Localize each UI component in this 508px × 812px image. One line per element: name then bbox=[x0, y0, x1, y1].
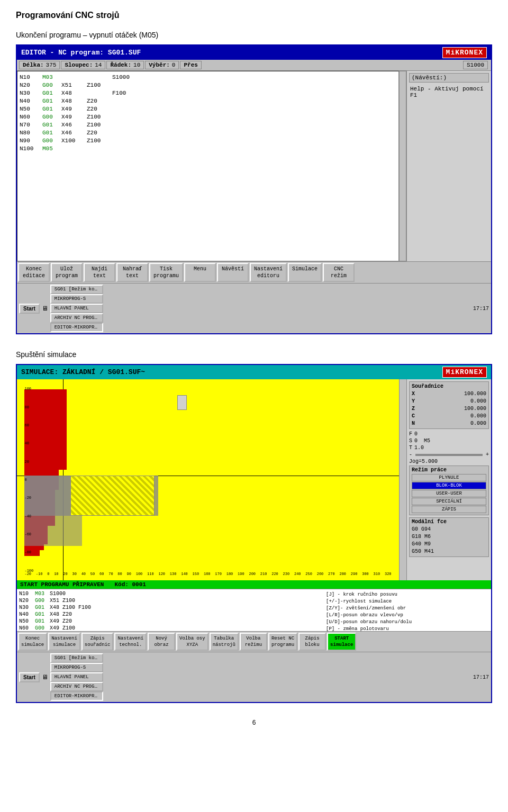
sim-btn-7[interactable]: Volba režimu bbox=[240, 633, 267, 651]
sim-btn-5[interactable]: Volba osy XYZA bbox=[176, 633, 208, 651]
sim-code-line: N20G00X51 Z100 bbox=[19, 597, 320, 604]
jog-display: Jog=5.000 bbox=[409, 459, 489, 464]
sim-taskbar-item-0[interactable]: SG01 [Režim kompatv... bbox=[50, 653, 103, 663]
editor-btn-1[interactable]: Ulož program bbox=[51, 263, 83, 282]
status-kod: Kód: 0001 bbox=[114, 581, 146, 588]
editor-code-line: N100M05 bbox=[20, 145, 396, 153]
modal-fce-row: G40M9 bbox=[412, 541, 486, 548]
coord-title: Souřadnice bbox=[412, 383, 443, 390]
editor-taskbar: Start 🖥 SG01 [Režim kompatv...MIKROPROG-… bbox=[17, 283, 491, 333]
x-value: 100.000 bbox=[464, 390, 486, 398]
sim-btn-6[interactable]: Tabulka nástrojů bbox=[210, 633, 239, 651]
t-row: T 1.0 bbox=[409, 445, 489, 451]
c-label: C bbox=[412, 413, 415, 420]
status-text: START PROGRAMU PŘIPRAVEN bbox=[20, 581, 104, 588]
pres-label: Přes bbox=[184, 62, 197, 68]
t-value: 1.0 bbox=[414, 445, 424, 451]
editor-btn-8[interactable]: Simulace bbox=[288, 263, 322, 282]
vyber-label: Výběr: bbox=[149, 62, 170, 68]
editor-code-line: N40G01X48Z20 bbox=[20, 97, 396, 105]
sim-toolbar: Konec simulaceNastavení simulaceZápis so… bbox=[17, 631, 491, 652]
sim-btn-3[interactable]: Nastavení technol. bbox=[114, 633, 147, 651]
editor-logo: MiKRONEX bbox=[442, 47, 487, 58]
page-number: 6 bbox=[16, 719, 492, 726]
radek-label: Řádek: bbox=[110, 62, 131, 68]
section2-heading: Spuštění simulace bbox=[16, 350, 492, 359]
sim-btn-9[interactable]: Zápis bloku bbox=[298, 633, 326, 651]
s-value: 0 bbox=[414, 438, 418, 444]
modal-fce-row: G18M6 bbox=[412, 533, 486, 541]
editor-code-area[interactable]: N10M03S1000N20G00X51Z100N30G01X48F100N40… bbox=[17, 71, 399, 261]
sim-taskbar-item-4[interactable]: EDITOR-MIKROPROG bbox=[50, 691, 103, 701]
c-value: 0.000 bbox=[470, 413, 486, 420]
editor-title: EDITOR - NC program: SG01.SUF bbox=[21, 49, 141, 57]
editor-btn-6[interactable]: Návěstí bbox=[217, 263, 249, 282]
sim-btn-10[interactable]: START simulace bbox=[327, 633, 356, 651]
editor-btn-5[interactable]: Menu bbox=[184, 263, 216, 282]
regime-btn-zápis[interactable]: ZÁPIS bbox=[412, 506, 486, 513]
sloupec-value: 14 bbox=[95, 62, 102, 68]
editor-window: EDITOR - NC program: SG01.SUF MiKRONEX D… bbox=[16, 44, 492, 334]
editor-btn-3[interactable]: Nahraď text bbox=[116, 263, 148, 282]
editor-toolbar: Konec editaceUlož programNajdi textNahra… bbox=[17, 261, 491, 283]
editor-code-line: N80G01X46Z20 bbox=[20, 129, 396, 137]
sim-taskbar-item-3[interactable]: ARCHIV NC PROGRAMŮ bbox=[50, 682, 103, 691]
plus-label: + bbox=[486, 452, 489, 458]
sim-logo: MiKRONEX bbox=[442, 367, 487, 378]
editor-code-line: N50G01X49Z20 bbox=[20, 105, 396, 113]
editor-btn-0[interactable]: Konec editace bbox=[18, 263, 50, 282]
editor-btn-7[interactable]: Nastavení editoru bbox=[250, 263, 287, 282]
editor-taskbar-item-1[interactable]: MIKROPROG-S bbox=[50, 294, 103, 304]
sim-btn-4[interactable]: Nový obraz bbox=[148, 633, 175, 651]
editor-taskbar-item-3[interactable]: ARCHIV NC PROGRAMŮ bbox=[50, 313, 103, 323]
vyber-value: 0 bbox=[172, 62, 176, 68]
simulation-window: SIMULACE: ZÁKLADNÍ / SG01.SUF~ MiKRONEX bbox=[16, 364, 492, 703]
regime-btn-user-user[interactable]: USER-USER bbox=[412, 490, 486, 497]
editor-taskbar-item-2[interactable]: HLAVNÍ PANEL bbox=[50, 304, 103, 313]
regime-title: Režim práce bbox=[412, 467, 486, 473]
taskbar-start-button[interactable]: Start bbox=[19, 304, 40, 314]
m-value: M5 bbox=[424, 438, 430, 444]
radek-value: 10 bbox=[133, 62, 140, 68]
editor-code-line: N70G01X46Z100 bbox=[20, 121, 396, 129]
sim-help-line: [P] - změna polotovaru bbox=[326, 626, 488, 631]
modal-fce-row: G0G94 bbox=[412, 526, 486, 533]
editor-clock: 17:17 bbox=[473, 306, 489, 312]
sim-titlebar: SIMULACE: ZÁKLADNÍ / SG01.SUF~ MiKRONEX bbox=[17, 365, 491, 379]
editor-body: N10M03S1000N20G00X51Z100N30G01X48F100N40… bbox=[17, 71, 491, 261]
sim-help-line: [Z/Y]- zvětšení/zmenšení obr bbox=[326, 605, 488, 612]
editor-btn-4[interactable]: Tisk programu bbox=[149, 263, 183, 282]
editor-btn-2[interactable]: Najdi text bbox=[84, 263, 115, 282]
speed-row: S 0 M5 bbox=[409, 438, 489, 444]
editor-code-line: N90G00X100Z100 bbox=[20, 137, 396, 145]
editor-scrollbar[interactable] bbox=[399, 71, 406, 261]
sim-code-line: N60G00X49 Z100 bbox=[19, 625, 320, 631]
sim-btn-1[interactable]: Nastavení simulace bbox=[48, 633, 80, 651]
sim-sidebar: Souřadnice X 100.000 Y 0.000 Z 100.000 C… bbox=[406, 379, 491, 580]
sim-taskbar-item-2[interactable]: HLAVNÍ PANEL bbox=[50, 672, 103, 682]
sim-btn-0[interactable]: Konec simulace bbox=[18, 633, 47, 651]
sim-code-area: N10M03S1000N20G00X51 Z100N30G01X48 Z100 … bbox=[17, 589, 491, 631]
regime-btn-blok-blok[interactable]: BLOK-BLOK bbox=[412, 482, 486, 489]
editor-code-line: N20G00X51Z100 bbox=[20, 81, 396, 89]
editor-btn-9[interactable]: CNC režim bbox=[323, 263, 355, 282]
sim-code-line: N40G01X48 Z20 bbox=[19, 611, 320, 618]
editor-taskbar-item-4[interactable]: EDITOR-MIKROPROG bbox=[50, 323, 103, 332]
modal-fce-row: G50M41 bbox=[412, 548, 486, 555]
editor-taskbar-item-0[interactable]: SG01 [Režim kompatv... bbox=[50, 285, 103, 294]
sim-btn-2[interactable]: Zápis souřadnic bbox=[81, 633, 114, 651]
sim-canvas: -20-100102030405060708090100110120130140… bbox=[17, 379, 399, 580]
editor-code-line: N10M03S1000 bbox=[20, 74, 396, 81]
sidebar-title: (Návěstí:) bbox=[409, 73, 489, 83]
sim-taskbar-start-button[interactable]: Start bbox=[19, 672, 40, 682]
editor-titlebar: EDITOR - NC program: SG01.SUF MiKRONEX bbox=[17, 45, 491, 60]
regime-btn-speciální[interactable]: SPECIÁLNÍ bbox=[412, 498, 486, 505]
sim-code-line: N30G01X48 Z100 F100 bbox=[19, 604, 320, 611]
sim-scrollbar[interactable] bbox=[399, 379, 406, 580]
coordinates-box: Souřadnice X 100.000 Y 0.000 Z 100.000 C… bbox=[409, 381, 489, 429]
regime-btn-plynule[interactable]: PLYNULE bbox=[412, 474, 486, 481]
main-title: Programování CNC strojů bbox=[16, 11, 492, 20]
sim-taskbar-item-1[interactable]: MIKROPROG-S bbox=[50, 663, 103, 672]
sim-btn-8[interactable]: Reset NC programu bbox=[268, 633, 297, 651]
modal-title: Modální fce bbox=[412, 519, 486, 525]
